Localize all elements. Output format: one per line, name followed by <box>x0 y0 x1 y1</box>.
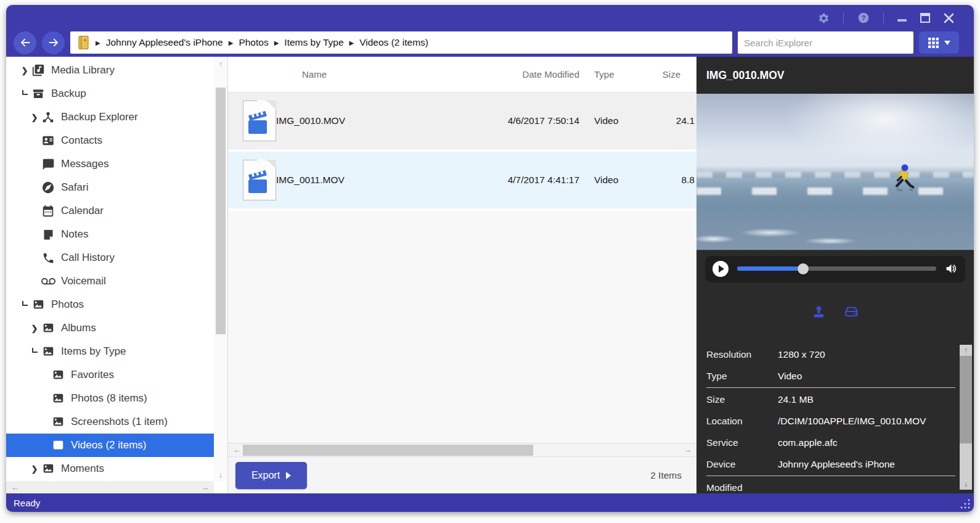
photo-icon <box>51 438 65 453</box>
search-input[interactable] <box>738 31 913 54</box>
sidebar-item-backup-explorer[interactable]: ❯Backup Explorer <box>6 105 214 129</box>
sidebar-item-backup[interactable]: Backup <box>6 82 214 105</box>
play-button[interactable] <box>713 261 729 277</box>
forward-button[interactable] <box>42 31 65 54</box>
sidebar-vertical-scrollbar[interactable]: ↑ ↓ <box>214 57 227 481</box>
sidebar-item-photos-8-items[interactable]: Photos (8 items) <box>6 387 214 410</box>
expander-collapsed-icon[interactable]: ❯ <box>18 66 31 75</box>
video-preview-frame[interactable] <box>696 94 974 250</box>
expander-expanded-icon[interactable] <box>28 350 41 353</box>
title-bar: ? <box>6 5 974 31</box>
sidebar-item-label: Backup <box>51 88 86 100</box>
sidebar-item-label: Safari <box>61 181 88 194</box>
backup-box-icon <box>31 86 46 101</box>
sidebar-item-albums[interactable]: ❯Albums <box>6 316 214 340</box>
status-text: Ready <box>14 498 40 508</box>
breadcrumb-photos[interactable]: Photos <box>239 37 268 48</box>
list-horizontal-scrollbar[interactable]: ← → <box>228 443 696 456</box>
status-bar: Ready <box>6 493 974 512</box>
expander-collapsed-icon[interactable]: ❯ <box>28 464 41 474</box>
close-icon[interactable] <box>944 13 954 23</box>
column-header-date-modified[interactable]: Date Modified <box>468 69 579 80</box>
sidebar-item-label: Moments <box>61 463 104 475</box>
sidebar-item-moments[interactable]: ❯Moments <box>6 457 214 480</box>
back-button[interactable] <box>14 31 36 54</box>
sidebar-item-notes[interactable]: Notes <box>6 223 214 246</box>
sidebar-item-label: Albums <box>61 322 96 334</box>
sidebar-item-messages[interactable]: Messages <box>6 152 214 176</box>
expander-collapsed-icon[interactable]: ❯ <box>28 113 41 122</box>
photo-icon <box>51 368 65 382</box>
scroll-down-icon[interactable]: ↓ <box>214 467 227 481</box>
seek-thumb[interactable] <box>798 263 809 274</box>
content-area: ❯Media Library Backup ❯Backup Explorer C… <box>6 57 974 493</box>
photo-icon <box>41 461 55 476</box>
sidebar-item-videos-2-items[interactable]: Videos (2 items) <box>6 434 214 457</box>
file-row-img-0011[interactable]: IMG_0011.MOV 4/7/2017 4:41:17 Video 8.8 <box>228 152 696 208</box>
video-file-icon <box>243 160 276 200</box>
titlebar-divider <box>883 12 884 23</box>
sidebar-item-safari[interactable]: Safari <box>6 176 214 199</box>
scroll-right-icon[interactable]: → <box>201 483 209 492</box>
scrollbar-thumb[interactable] <box>960 356 972 443</box>
resize-grip-icon[interactable] <box>960 498 971 509</box>
scroll-right-icon[interactable]: → <box>684 445 692 455</box>
view-mode-button[interactable] <box>919 31 959 54</box>
photo-icon <box>41 344 55 359</box>
metadata-scrollbar[interactable]: ↑ ↓ <box>960 345 972 490</box>
sidebar-item-media-library[interactable]: ❯Media Library <box>6 59 214 82</box>
sidebar-item-screenshots-1-item[interactable]: Screenshots (1 item) <box>6 410 214 434</box>
sidebar-item-favorites[interactable]: Favorites <box>6 363 214 387</box>
expander-expanded-icon[interactable] <box>18 93 31 95</box>
column-header-name[interactable]: Name <box>276 69 468 80</box>
scroll-down-icon[interactable]: ↓ <box>960 479 972 490</box>
scroll-left-icon[interactable]: ← <box>233 445 241 455</box>
expander-collapsed-icon[interactable]: ❯ <box>28 324 41 333</box>
sidebar-item-label: Voicemail <box>61 275 106 287</box>
scroll-up-icon[interactable]: ↑ <box>960 345 972 356</box>
preview-actions <box>696 287 974 336</box>
volume-icon[interactable] <box>945 262 958 275</box>
sidebar: ❯Media Library Backup ❯Backup Explorer C… <box>6 57 228 493</box>
column-header-type[interactable]: Type <box>579 69 634 80</box>
sidebar-item-call-history[interactable]: Call History <box>6 246 214 270</box>
voicemail-icon <box>41 274 55 289</box>
sidebar-item-contacts[interactable]: Contacts <box>6 129 214 152</box>
breadcrumb-device[interactable]: Johnny Appleseed's iPhone <box>106 37 223 48</box>
file-row-img-0010[interactable]: IMG_0010.MOV 4/6/2017 7:50:14 Video 24.1 <box>228 93 696 149</box>
scroll-up-icon[interactable]: ↑ <box>214 57 227 70</box>
help-icon[interactable]: ? <box>857 12 870 24</box>
sidebar-item-label: Screenshots (1 item) <box>71 416 168 428</box>
breadcrumb-items-by-type[interactable]: Items by Type <box>284 37 343 48</box>
metadata-divider <box>706 476 955 476</box>
meta-row-type: TypeVideo <box>696 365 974 387</box>
breadcrumb-videos[interactable]: Videos (2 items) <box>359 37 428 48</box>
items-count: 2 Items <box>650 470 682 481</box>
preview-panel: IMG_0010.MOV <box>696 57 974 493</box>
sidebar-item-photos[interactable]: Photos <box>6 293 214 316</box>
export-button[interactable]: Export <box>235 462 307 489</box>
export-to-folder-icon[interactable] <box>811 303 827 320</box>
sidebar-item-voicemail[interactable]: Voicemail <box>6 270 214 293</box>
sidebar-item-calendar[interactable]: Calendar <box>6 199 214 223</box>
maximize-icon[interactable] <box>920 13 930 23</box>
sidebar-item-label: Contacts <box>61 134 102 147</box>
metadata-divider <box>706 387 955 388</box>
sidebar-item-items-by-type[interactable]: Items by Type <box>6 340 214 363</box>
seek-slider[interactable] <box>737 266 936 271</box>
export-to-drive-icon[interactable] <box>843 303 860 320</box>
meta-row-modified: Modified <box>696 477 974 493</box>
column-header-size[interactable]: Size <box>634 69 696 80</box>
file-type: Video <box>579 175 634 186</box>
iexplorer-window: ? ▶ Johnny Appleseed's iPhone ▶ Photos ▶… <box>6 5 974 512</box>
scrollbar-thumb[interactable] <box>243 445 533 456</box>
sidebar-item-label: Photos (8 items) <box>71 392 147 405</box>
settings-gear-icon[interactable] <box>818 12 830 24</box>
scrollbar-thumb[interactable] <box>216 88 226 334</box>
expander-expanded-icon[interactable] <box>18 303 31 306</box>
media-library-icon <box>31 63 46 78</box>
scroll-left-icon[interactable]: ← <box>11 483 19 492</box>
minimize-icon[interactable] <box>897 19 907 22</box>
photo-icon <box>51 391 65 406</box>
sidebar-horizontal-scrollbar[interactable]: ← → <box>6 481 214 493</box>
